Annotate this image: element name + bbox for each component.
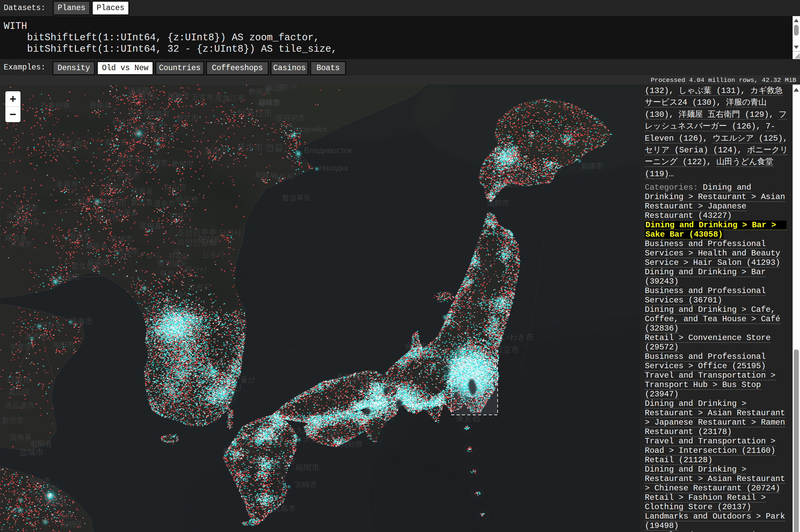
svg-text:榆树市: 榆树市 — [168, 92, 190, 100]
svg-text:울산: 울산 — [240, 375, 255, 384]
svg-text:평성시: 평성시 — [160, 269, 182, 277]
svg-text:敦化市: 敦化市 — [205, 147, 228, 155]
svg-text:구성시: 구성시 — [138, 251, 160, 260]
svg-text:원산시: 원산시 — [185, 265, 207, 273]
svg-text:南通市: 南通市 — [50, 512, 73, 520]
svg-text:通榆县: 通榆县 — [89, 101, 111, 110]
svg-text:铁岭市: 铁岭市 — [105, 183, 127, 191]
svg-text:평안남도: 평안남도 — [157, 259, 187, 267]
svg-text:阜新市: 阜新市 — [56, 180, 78, 188]
svg-text:宮崎市: 宮崎市 — [295, 481, 317, 489]
svg-text:五常市: 五常市 — [192, 93, 214, 101]
svg-text:釧路市: 釧路市 — [581, 162, 603, 170]
svg-text:延吉市 연길: 延吉市 연길 — [237, 142, 283, 152]
svg-text:本溪县: 本溪县 — [116, 208, 138, 216]
svg-text:普兰店区: 普兰店区 — [71, 262, 101, 270]
svg-text:조선민주주: 조선민주주 — [176, 228, 217, 236]
svg-text:국: 국 — [172, 248, 180, 257]
svg-text:烟台市: 烟台市 — [39, 321, 63, 330]
svg-text:通化市: 通化市 — [153, 200, 176, 208]
svg-text:いわき市: いわき市 — [501, 332, 534, 341]
svg-text:Владивосток: Владивосток — [304, 146, 352, 155]
svg-text:崇明区: 崇明区 — [60, 520, 83, 529]
svg-text:长岭县: 长岭县 — [111, 118, 133, 127]
svg-text:福岡市: 福岡市 — [295, 463, 320, 472]
svg-text:Находка: Находка — [319, 164, 348, 172]
svg-text:함경북도: 함경북도 — [281, 193, 311, 202]
svg-text:朝阳市: 朝阳市 — [16, 204, 38, 212]
svg-text:丹东市: 丹东市 — [117, 247, 139, 255]
svg-text:德惠市: 德惠市 — [147, 110, 170, 118]
svg-text:盐城市: 盐城市 — [19, 448, 44, 456]
svg-text:绥芬河市: 绥芬河市 — [276, 114, 305, 122]
svg-text:扎鲁特旗: 扎鲁特旗 — [41, 101, 70, 110]
svg-text:신포시: 신포시 — [202, 250, 224, 259]
svg-text:桦甸市: 桦甸市 — [171, 160, 194, 168]
svg-text:连云港市: 连云港市 — [5, 401, 35, 410]
svg-text:海阳市: 海阳市 — [52, 341, 74, 349]
svg-text:辽源市: 辽源市 — [146, 159, 168, 167]
svg-text:라선시: 라선시 — [272, 172, 294, 180]
svg-text:清原县: 清原县 — [131, 187, 153, 195]
svg-text:東京都: 東京都 — [456, 414, 480, 423]
svg-text:白山市: 白山市 — [165, 183, 187, 191]
svg-text:麻山区: 麻山区 — [266, 84, 288, 92]
svg-text:舒兰市: 舒兰市 — [176, 114, 199, 122]
svg-text:凤城市: 凤城市 — [111, 235, 133, 243]
svg-text:熊本市: 熊本市 — [274, 457, 296, 466]
svg-text:Уссурийск: Уссурийск — [292, 125, 327, 133]
svg-text:滨海县: 滨海县 — [10, 433, 32, 441]
svg-text:新沂市: 新沂市 — [2, 416, 24, 424]
svg-text:临江市: 临江市 — [176, 195, 199, 204]
svg-text:의인민공화: 의인민공화 — [176, 238, 217, 247]
svg-text:穆棱市: 穆棱市 — [259, 98, 281, 107]
svg-text:射阳县: 射阳县 — [30, 440, 52, 448]
svg-text:兴城市: 兴城市 — [10, 240, 32, 248]
svg-text:黑龙江省: 黑龙江省 — [215, 94, 244, 102]
svg-text:宽甸县: 宽甸县 — [140, 222, 162, 230]
svg-text:만포시: 만포시 — [170, 211, 192, 220]
svg-text:平度市: 平度市 — [10, 343, 32, 352]
